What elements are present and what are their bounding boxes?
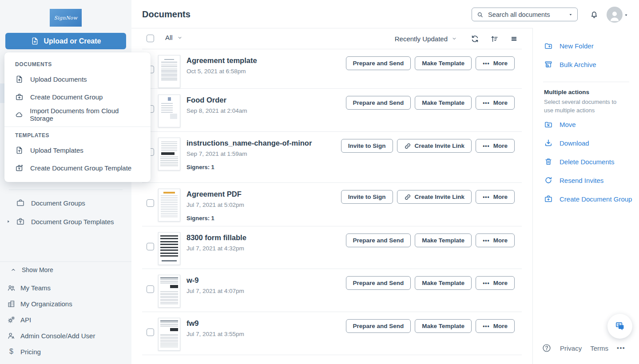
doc-thumbnail[interactable]: [158, 318, 180, 351]
doc-thumbnail[interactable]: [158, 95, 180, 127]
more-button[interactable]: •••More: [476, 139, 515, 153]
upload-or-create-button[interactable]: Upload or Create: [5, 33, 126, 49]
more-button[interactable]: •••More: [476, 319, 515, 333]
doc-thumbnail[interactable]: [158, 275, 180, 308]
more-button[interactable]: •••More: [476, 276, 515, 290]
search-box[interactable]: [472, 8, 578, 21]
sidebar-item-api[interactable]: API: [7, 312, 127, 328]
sidebar-item-my-teams[interactable]: My Teams: [7, 280, 127, 296]
notifications-bell-icon[interactable]: [590, 10, 599, 19]
doc-title[interactable]: fw9: [187, 319, 244, 328]
make-template-button[interactable]: Make Template: [415, 96, 472, 110]
action-label: Download: [560, 139, 589, 147]
download-action[interactable]: Download: [544, 134, 639, 152]
more-button[interactable]: •••More: [476, 190, 515, 204]
new-folder-action[interactable]: New Folder: [544, 36, 639, 55]
make-template-button[interactable]: Make Template: [415, 276, 472, 290]
doc-thumbnail[interactable]: [158, 232, 180, 265]
footer-more-icon[interactable]: •••: [617, 345, 625, 351]
doc-thumbnail[interactable]: [158, 55, 180, 88]
more-button[interactable]: •••More: [476, 56, 515, 70]
upload-create-dropdown: DOCUMENTSUpload DocumentsCreate Document…: [4, 52, 151, 182]
more-button[interactable]: •••More: [476, 233, 515, 247]
sidebar-item-document-groups[interactable]: Document Groups: [16, 195, 127, 210]
doc-title[interactable]: instructions_name-change-of-minor: [187, 139, 312, 147]
doc-thumbnail[interactable]: [158, 138, 180, 170]
page-title: Documents: [142, 9, 191, 20]
sidebar-item-label: Pricing: [20, 348, 41, 356]
menu-item-import-documents-from-cloud-storage[interactable]: Import Documents from Cloud Storage: [4, 106, 151, 123]
expander-triangle-icon[interactable]: [6, 219, 11, 224]
doc-t-icon: [15, 146, 24, 154]
chevron-down-icon: [452, 36, 457, 41]
user-avatar[interactable]: [607, 7, 623, 23]
row-checkbox[interactable]: [147, 243, 154, 250]
doc-signers: Signers: 1: [187, 164, 312, 170]
sort-order-dropdown[interactable]: Recently Updated: [395, 35, 457, 43]
prepare-and-send-button[interactable]: Prepare and Send: [346, 56, 411, 70]
make-template-button[interactable]: Make Template: [415, 233, 472, 247]
create-invite-link-button[interactable]: Create Invite Link: [397, 190, 472, 204]
delete-documents-action[interactable]: Delete Documents: [544, 152, 639, 171]
prepare-and-send-button[interactable]: Prepare and Send: [346, 96, 411, 110]
button-label: More: [493, 60, 508, 67]
prepare-and-send-button[interactable]: Prepare and Send: [346, 233, 411, 247]
privacy-link[interactable]: Privacy: [560, 344, 582, 352]
sidebar-item-label: Document Groups: [31, 199, 85, 207]
upload-or-create-label: Upload or Create: [44, 37, 101, 45]
sidebar-item-document-group-templates[interactable]: Document Group Templates: [16, 214, 127, 229]
sidebar-item-admin-console-add-user[interactable]: Admin Console/Add User: [7, 328, 127, 344]
sidebar-item-label: API: [20, 316, 31, 324]
sidebar-show-more[interactable]: Show More: [10, 266, 53, 273]
doc-title[interactable]: Food Order: [187, 96, 247, 104]
row-checkbox[interactable]: [147, 285, 154, 293]
search-input[interactable]: [487, 11, 565, 19]
table-row: Agreement templateOct 5, 2021 at 6:58pmP…: [142, 49, 522, 89]
doc-thumbnail[interactable]: [158, 189, 180, 222]
doc-date: Oct 5, 2021 at 6:58pm: [187, 68, 257, 75]
support-chat-button[interactable]: [607, 314, 632, 339]
resend-invites-action[interactable]: Resend Invites: [544, 171, 639, 190]
terms-link[interactable]: Terms: [590, 344, 608, 352]
prepare-and-send-button[interactable]: Prepare and Send: [346, 319, 411, 333]
invite-to-sign-button[interactable]: Invite to Sign: [341, 190, 393, 204]
doc-title[interactable]: Agreement PDF: [187, 190, 244, 198]
button-label: Invite to Sign: [348, 194, 386, 200]
move-action[interactable]: Move: [544, 115, 639, 134]
make-template-button[interactable]: Make Template: [415, 319, 472, 333]
action-label: New Folder: [560, 42, 594, 50]
button-label: More: [493, 194, 508, 200]
doc-meta: instructions_name-change-of-minorSep 7, …: [187, 139, 312, 170]
row-checkbox[interactable]: [147, 328, 154, 336]
select-all-filter[interactable]: All: [165, 34, 183, 41]
text-icon: •••: [483, 194, 490, 200]
doc-title[interactable]: Agreement template: [187, 56, 257, 65]
menu-item-create-document-group[interactable]: Create Document Group: [4, 88, 151, 106]
cloud-icon: [15, 111, 23, 119]
row-checkbox[interactable]: [147, 199, 154, 207]
create-document-group-action[interactable]: Create Document Group: [544, 190, 639, 208]
sidebar-item-pricing[interactable]: $Pricing: [7, 344, 127, 360]
make-template-button[interactable]: Make Template: [415, 56, 472, 70]
menu-item-create-document-group-template[interactable]: Create Document Group Template: [4, 159, 151, 177]
sidebar-item-my-organizations[interactable]: My Organizations: [7, 296, 127, 312]
caret-down-icon[interactable]: [568, 12, 573, 17]
sort-direction-icon[interactable]: [490, 35, 499, 43]
avatar-caret-down-icon[interactable]: [624, 13, 628, 17]
prepare-and-send-button[interactable]: Prepare and Send: [346, 276, 411, 290]
more-button[interactable]: •••More: [476, 96, 515, 110]
list-view-icon[interactable]: [510, 35, 518, 43]
doc-title[interactable]: 8300 form fillable: [187, 233, 246, 242]
refresh-icon[interactable]: [471, 35, 479, 43]
select-all-checkbox[interactable]: [147, 35, 154, 42]
button-label: Make Template: [422, 237, 464, 244]
doc-title[interactable]: w-9: [187, 276, 244, 285]
help-icon[interactable]: [542, 343, 552, 353]
bulk-archive-action[interactable]: Bulk Archive: [544, 55, 639, 74]
menu-item-upload-documents[interactable]: Upload Documents: [4, 70, 151, 88]
doc-date: Jul 7, 2021 at 5:02pm: [187, 202, 244, 208]
create-invite-link-button[interactable]: Create Invite Link: [397, 139, 472, 153]
signnow-logo[interactable]: SignNow: [50, 9, 82, 27]
invite-to-sign-button[interactable]: Invite to Sign: [341, 139, 393, 153]
menu-item-upload-templates[interactable]: Upload Templates: [4, 141, 151, 159]
